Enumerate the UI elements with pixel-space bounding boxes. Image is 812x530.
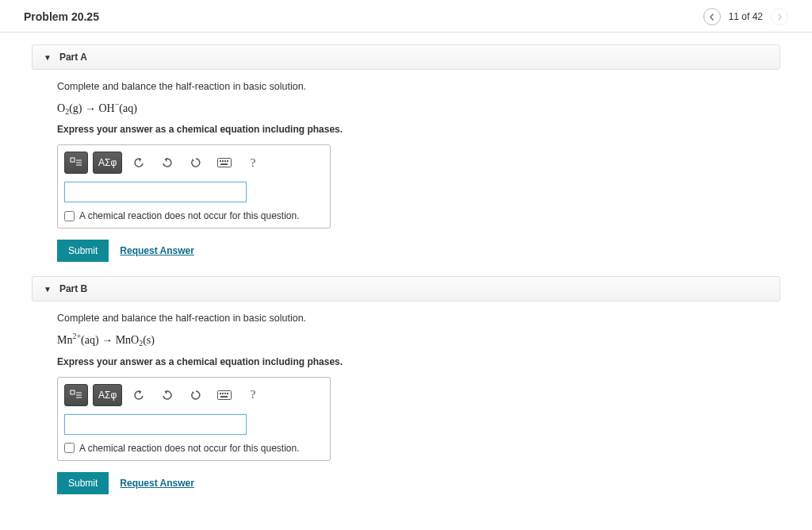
part-b-description: Complete and balance the half-reaction i… xyxy=(57,313,780,324)
svg-rect-0 xyxy=(71,158,75,162)
chevron-left-icon xyxy=(709,13,714,21)
greek-button[interactable]: ΑΣφ xyxy=(93,384,122,406)
part-a-answer-box: ΑΣφ ? A chemical reaction does not occ xyxy=(57,144,331,229)
collapse-icon: ▼ xyxy=(44,285,52,294)
undo-button[interactable] xyxy=(127,152,151,174)
part-a-request-answer-link[interactable]: Request Answer xyxy=(120,245,194,256)
keyboard-icon xyxy=(217,158,232,167)
keyboard-button[interactable] xyxy=(213,152,236,174)
svg-rect-8 xyxy=(227,160,228,162)
part-b-noreaction-checkbox[interactable] xyxy=(64,443,75,453)
part-b-actions: Submit Request Answer xyxy=(57,472,780,494)
template-button[interactable] xyxy=(64,384,88,406)
redo-icon xyxy=(162,157,173,168)
nav-progress-text: 11 of 42 xyxy=(729,11,763,22)
problem-nav: 11 of 42 xyxy=(703,8,788,25)
redo-icon xyxy=(162,390,173,401)
undo-button[interactable] xyxy=(127,384,151,406)
part-b-request-answer-link[interactable]: Request Answer xyxy=(120,478,194,489)
part-b-answer-box: ΑΣφ ? A chemical reaction does not occ xyxy=(57,377,331,461)
part-b-header[interactable]: ▼ Part B xyxy=(32,276,780,301)
content-area: ▼ Part A Complete and balance the half-r… xyxy=(0,33,812,509)
next-button[interactable] xyxy=(771,8,788,25)
reset-icon xyxy=(190,390,201,401)
part-b-title: Part B xyxy=(59,283,87,294)
part-a-answer-input[interactable] xyxy=(64,182,247,202)
help-button[interactable]: ? xyxy=(241,384,265,406)
svg-rect-19 xyxy=(220,396,228,398)
page-header: Problem 20.25 11 of 42 xyxy=(0,0,812,33)
part-a-noreaction-checkbox[interactable] xyxy=(64,211,75,221)
undo-icon xyxy=(133,390,144,401)
svg-rect-15 xyxy=(220,393,221,394)
redo-button[interactable] xyxy=(155,384,179,406)
part-b-toolbar: ΑΣφ ? xyxy=(64,384,324,406)
undo-icon xyxy=(133,157,144,168)
part-a-actions: Submit Request Answer xyxy=(57,240,780,262)
part-a-submit-button[interactable]: Submit xyxy=(57,240,109,262)
fraction-icon xyxy=(70,157,82,168)
part-b-equation: Mn2+(aq) → MnO2(s) xyxy=(57,332,780,348)
help-button[interactable]: ? xyxy=(241,152,265,174)
part-a-body: Complete and balance the half-reaction i… xyxy=(32,81,780,276)
reset-button[interactable] xyxy=(184,152,208,174)
part-a-toolbar: ΑΣφ ? xyxy=(64,152,324,174)
part-a-noreaction-row: A chemical reaction does not occur for t… xyxy=(64,210,324,221)
problem-title: Problem 20.25 xyxy=(24,10,99,23)
reset-icon xyxy=(190,157,201,168)
part-a-instruction: Express your answer as a chemical equati… xyxy=(57,124,780,135)
svg-rect-4 xyxy=(218,159,232,167)
greek-button[interactable]: ΑΣφ xyxy=(93,152,122,174)
part-a-title: Part A xyxy=(59,52,87,63)
svg-rect-6 xyxy=(222,160,224,162)
part-a-noreaction-label: A chemical reaction does not occur for t… xyxy=(79,210,299,221)
chevron-right-icon xyxy=(777,13,783,21)
part-a-equation: O2(g) → OH−(aq) xyxy=(57,100,780,116)
svg-rect-18 xyxy=(227,393,228,394)
keyboard-icon xyxy=(217,390,232,400)
svg-rect-16 xyxy=(222,393,224,394)
part-a-description: Complete and balance the half-reaction i… xyxy=(57,81,780,92)
part-b-instruction: Express your answer as a chemical equati… xyxy=(57,356,780,367)
keyboard-button[interactable] xyxy=(213,384,236,406)
redo-button[interactable] xyxy=(155,152,179,174)
svg-rect-9 xyxy=(220,163,228,165)
template-button[interactable] xyxy=(64,152,88,174)
svg-rect-17 xyxy=(224,393,226,394)
svg-rect-14 xyxy=(218,390,232,399)
prev-button[interactable] xyxy=(703,8,721,25)
fraction-icon xyxy=(70,390,82,401)
svg-rect-7 xyxy=(224,160,226,162)
svg-rect-10 xyxy=(71,390,75,394)
part-b-noreaction-row: A chemical reaction does not occur for t… xyxy=(64,443,324,454)
part-b-body: Complete and balance the half-reaction i… xyxy=(32,313,780,508)
part-a-header[interactable]: ▼ Part A xyxy=(32,44,780,70)
part-b-submit-button[interactable]: Submit xyxy=(57,472,109,494)
part-b-answer-input[interactable] xyxy=(64,414,247,435)
svg-rect-5 xyxy=(220,160,221,162)
collapse-icon: ▼ xyxy=(44,53,52,62)
part-b-noreaction-label: A chemical reaction does not occur for t… xyxy=(79,443,299,454)
reset-button[interactable] xyxy=(184,384,208,406)
